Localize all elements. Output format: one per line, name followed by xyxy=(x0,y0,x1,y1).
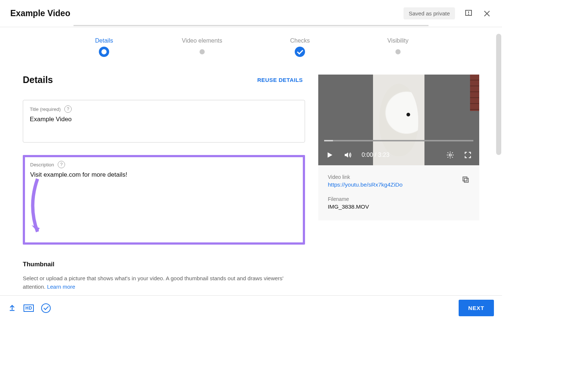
video-link[interactable]: https://youtu.be/sRx7kg4ZiDo xyxy=(328,181,470,188)
fullscreen-icon[interactable] xyxy=(464,151,472,159)
title-field[interactable]: Title (required) ? xyxy=(23,100,305,143)
step-dot xyxy=(395,49,401,54)
step-video-elements[interactable]: Video elements xyxy=(153,37,251,57)
video-preview[interactable]: 0:00 / 3:23 xyxy=(318,75,479,165)
dialog-footer: HD NEXT xyxy=(0,295,502,320)
video-thumbnail-bg xyxy=(470,75,479,111)
settings-icon[interactable] xyxy=(446,151,454,159)
feedback-icon[interactable] xyxy=(464,9,473,18)
svg-point-5 xyxy=(449,154,451,156)
svg-point-2 xyxy=(468,14,469,14)
filename-label: Filename xyxy=(328,196,470,202)
volume-icon[interactable] xyxy=(343,151,352,159)
step-details[interactable]: Details xyxy=(55,37,153,57)
video-link-label: Video link xyxy=(328,174,470,180)
svg-rect-7 xyxy=(463,177,467,181)
content-area: Details REUSE DETAILS Title (required) ?… xyxy=(0,57,502,320)
copy-link-icon[interactable] xyxy=(462,176,470,185)
thumbnail-heading: Thumbnail xyxy=(23,261,305,268)
video-progress-bar[interactable] xyxy=(324,140,473,141)
step-visibility[interactable]: Visibility xyxy=(349,37,447,57)
video-controls: 0:00 / 3:23 xyxy=(318,145,479,165)
step-dot-done xyxy=(295,47,305,57)
dialog-header: Example Video Saved as private xyxy=(0,0,502,27)
thumbnail-description: Select or upload a picture that shows wh… xyxy=(23,274,305,291)
step-checks[interactable]: Checks xyxy=(251,37,349,57)
help-icon[interactable]: ? xyxy=(64,105,72,113)
description-input[interactable] xyxy=(30,171,298,237)
dialog-title: Example Video xyxy=(10,8,70,18)
preview-column: 0:00 / 3:23 xyxy=(318,75,479,320)
close-icon[interactable] xyxy=(482,9,492,18)
step-label: Video elements xyxy=(182,37,222,44)
stepper: Details Video elements Checks Visibility xyxy=(0,27,502,57)
step-label: Visibility xyxy=(387,37,409,44)
save-status-chip: Saved as private xyxy=(404,7,455,19)
step-dot xyxy=(200,49,205,54)
help-icon[interactable]: ? xyxy=(58,161,65,168)
header-actions: Saved as private xyxy=(404,7,492,19)
step-dot-active xyxy=(99,47,109,57)
learn-more-link[interactable]: Learn more xyxy=(47,284,75,290)
title-label: Title (required) xyxy=(30,107,61,112)
video-time: 0:00 / 3:23 xyxy=(362,152,390,158)
svg-rect-6 xyxy=(464,178,468,182)
details-heading-row: Details REUSE DETAILS xyxy=(23,75,305,85)
video-info-panel: Video link https://youtu.be/sRx7kg4ZiDo … xyxy=(318,165,479,220)
details-column: Details REUSE DETAILS Title (required) ?… xyxy=(23,75,305,320)
scrollbar[interactable] xyxy=(496,34,501,155)
upload-dialog: Example Video Saved as private Details xyxy=(0,0,502,320)
details-heading: Details xyxy=(23,75,53,85)
stepper-track xyxy=(74,25,429,26)
play-icon[interactable] xyxy=(326,151,334,159)
reuse-details-button[interactable]: REUSE DETAILS xyxy=(257,77,305,83)
step-label: Checks xyxy=(290,37,310,44)
next-button[interactable]: NEXT xyxy=(459,300,494,316)
description-field[interactable]: Description ? xyxy=(23,155,305,245)
title-input[interactable] xyxy=(30,116,298,123)
upload-status-icon xyxy=(8,303,16,313)
step-label: Details xyxy=(95,37,113,44)
checks-status-icon xyxy=(41,303,51,313)
description-label: Description xyxy=(30,162,54,167)
hd-status-icon: HD xyxy=(24,304,34,312)
filename-value: IMG_3838.MOV xyxy=(328,203,470,210)
